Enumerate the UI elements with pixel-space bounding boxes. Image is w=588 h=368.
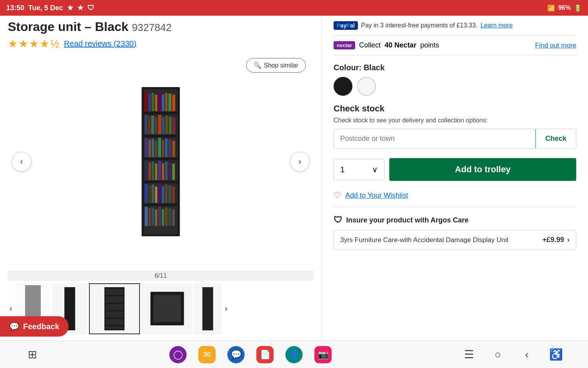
svg-rect-35 (149, 162, 151, 180)
svg-rect-43 (145, 184, 148, 203)
svg-rect-45 (152, 185, 154, 203)
thumbnail-4[interactable] (142, 283, 192, 334)
app-icon-pdf-red[interactable]: 📄 (256, 346, 274, 363)
postcode-input[interactable] (334, 129, 535, 148)
feedback-button[interactable]: 💬 Feedback (0, 316, 69, 337)
colour-swatch-black[interactable] (334, 77, 352, 96)
svg-rect-13 (165, 93, 168, 111)
add-to-trolley-button[interactable]: Add to trolley (389, 158, 576, 181)
svg-rect-66 (105, 302, 123, 304)
bookshelf-svg (125, 85, 196, 238)
feedback-chat-icon: 💬 (9, 322, 19, 331)
app-icon-message-yellow[interactable]: ✉ (198, 346, 216, 363)
nectar-badge: nectar (334, 41, 355, 49)
system-back-icon[interactable]: ‹ (518, 346, 535, 363)
learn-more-link[interactable]: Learn more (481, 22, 513, 29)
paypal-text: Pay in 3 interest-free payments of £13.3… (361, 22, 477, 29)
thumbnail-next-button[interactable]: › (223, 304, 229, 314)
svg-rect-31 (165, 139, 168, 157)
care-option-price: +£9.99 › (542, 236, 570, 244)
svg-rect-68 (105, 318, 123, 319)
svg-rect-16 (145, 115, 147, 134)
carousel-next-button[interactable]: › (290, 152, 310, 171)
system-accessibility-icon[interactable]: ♿ (547, 346, 564, 363)
nectar-left: nectar Collect 40 Nectar points (334, 41, 439, 49)
care-option-chevron-icon: › (567, 236, 570, 244)
colour-swatches (334, 77, 576, 96)
svg-rect-38 (158, 161, 161, 180)
star-icon: ★ (67, 4, 73, 12)
svg-rect-29 (158, 138, 161, 157)
star-ratings: ★★★★½ (8, 37, 60, 50)
svg-rect-48 (162, 186, 164, 203)
check-stock-title: Check stock (334, 104, 576, 114)
system-menu-icon[interactable]: ☰ (460, 346, 477, 363)
svg-rect-10 (155, 95, 157, 111)
svg-rect-67 (105, 310, 123, 312)
svg-rect-21 (162, 117, 165, 134)
wishlist-link[interactable]: Add to Your Wishlist (345, 191, 408, 200)
svg-rect-17 (148, 117, 151, 134)
svg-rect-34 (145, 161, 148, 180)
right-panel: PayPal Pay in 3 interest-free payments o… (321, 16, 588, 341)
product-sku: 9327842 (132, 22, 172, 33)
svg-rect-65 (105, 295, 123, 296)
care-option-label: 3yrs Furniture Care-with Accidental Dama… (340, 236, 508, 244)
svg-rect-39 (162, 163, 164, 180)
svg-rect-24 (172, 118, 175, 134)
thumbnail-prev-button[interactable]: ‹ (8, 304, 14, 314)
svg-rect-18 (151, 116, 154, 134)
grid-menu-icon[interactable]: ⊞ (24, 346, 41, 363)
svg-rect-69 (105, 325, 123, 326)
svg-rect-25 (145, 138, 148, 157)
shop-similar-button[interactable]: 🔍 Shop similar (246, 58, 306, 73)
svg-rect-28 (155, 140, 157, 157)
status-bar-right: 📶 96% 🔋 (547, 4, 582, 12)
thumbnail-5[interactable] (194, 283, 221, 334)
app-icon-person-teal[interactable]: 👤 (285, 346, 303, 363)
left-panel: Storage unit – Black 9327842 ★★★★½ Read … (0, 16, 321, 341)
care-option[interactable]: 3yrs Furniture Care-with Accidental Dama… (334, 230, 576, 250)
svg-rect-52 (145, 207, 148, 226)
thumbnail-3[interactable] (89, 283, 140, 334)
bottom-nav-left: ⊞ (24, 346, 41, 363)
svg-rect-22 (165, 116, 168, 134)
colour-swatch-white[interactable] (357, 77, 376, 96)
svg-rect-33 (172, 140, 175, 157)
product-image-main (78, 79, 243, 244)
svg-rect-47 (158, 184, 161, 203)
nectar-section: nectar Collect 40 Nectar points Find out… (334, 41, 576, 55)
image-carousel: ‹ 🔍 Shop similar (8, 54, 314, 269)
app-icon-message-purple[interactable]: ◯ (169, 346, 187, 363)
shop-similar-icon: 🔍 (254, 62, 261, 69)
svg-rect-42 (172, 164, 175, 180)
rating-row: ★★★★½ Read reviews (2330) (8, 37, 314, 50)
carousel-prev-button[interactable]: ‹ (12, 152, 31, 171)
paypal-section: PayPal Pay in 3 interest-free payments o… (334, 21, 576, 36)
check-stock-section: Check stock Check stock to see your deli… (334, 104, 576, 149)
svg-rect-40 (165, 162, 168, 180)
stock-input-row: Check (334, 129, 576, 149)
page-title: Storage unit – Black 9327842 (8, 20, 314, 34)
svg-rect-9 (152, 93, 154, 111)
check-stock-button[interactable]: Check (535, 129, 576, 148)
app-icon-camera-pink[interactable]: 📷 (314, 346, 332, 363)
svg-rect-59 (169, 208, 172, 226)
svg-rect-41 (169, 162, 172, 180)
nectar-label: Collect (359, 41, 381, 49)
battery-level: 96% (558, 4, 571, 11)
check-stock-description: Check stock to see your delivery and col… (334, 117, 576, 124)
heart-icon: ♡ (334, 190, 341, 200)
svg-rect-4 (144, 158, 178, 160)
quantity-selector[interactable]: 1 ∨ (334, 159, 385, 180)
shield-status-icon: 🛡 (87, 4, 94, 12)
svg-rect-23 (169, 117, 172, 134)
app-icon-chat-blue[interactable]: 💬 (227, 346, 245, 363)
svg-rect-46 (155, 186, 157, 203)
argos-care-shield-icon: 🛡 (334, 215, 342, 225)
main-content: Storage unit – Black 9327842 ★★★★½ Read … (0, 16, 588, 341)
review-link[interactable]: Read reviews (2330) (64, 39, 136, 48)
system-home-icon[interactable]: ○ (489, 346, 506, 363)
find-out-more-link[interactable]: Find out more (535, 42, 576, 49)
date: Tue, 5 Dec (28, 4, 63, 12)
